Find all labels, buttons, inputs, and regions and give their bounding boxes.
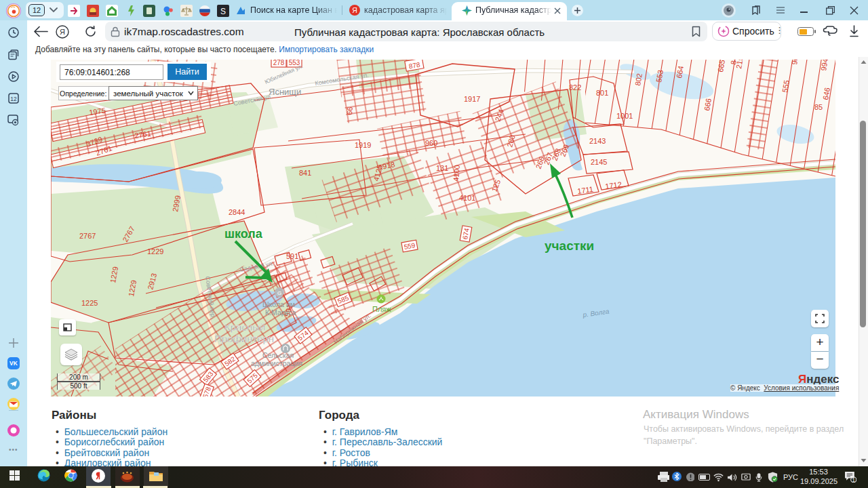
svg-text:85: 85 [814, 103, 823, 111]
svg-text:Школа им: Школа им [262, 300, 295, 308]
svg-text:1917: 1917 [464, 95, 480, 103]
svg-text:822: 822 [569, 83, 581, 92]
svg-text:4101: 4101 [459, 194, 475, 202]
svg-text:2143: 2143 [589, 137, 606, 145]
svg-text:66: 66 [345, 106, 354, 115]
svg-text:2145: 2145 [591, 158, 607, 166]
svg-text:Пляж: Пляж [372, 305, 391, 313]
svg-text:2844: 2844 [229, 208, 245, 216]
svg-text:1225: 1225 [81, 299, 98, 307]
svg-text:Профинтерн: Профинтерн [214, 333, 274, 344]
svg-text:Красный: Красный [224, 321, 265, 333]
svg-text:801: 801 [596, 89, 608, 97]
svg-text:1001: 1001 [616, 112, 633, 120]
svg-text:Сельская: Сельская [262, 351, 294, 359]
svg-text:G: G [277, 290, 281, 296]
svg-text:1919: 1919 [355, 141, 371, 149]
svg-text:84: 84 [729, 60, 738, 65]
svg-text:1: 1 [852, 477, 856, 483]
svg-text:4100: 4100 [452, 165, 461, 182]
svg-text:2767: 2767 [79, 232, 96, 240]
svg-text:участки: участки [545, 239, 594, 253]
svg-text:841: 841 [299, 169, 311, 177]
svg-text:Я: Я [60, 28, 65, 36]
svg-text:Я: Я [352, 6, 357, 14]
svg-text:администрация: администрация [251, 359, 302, 367]
svg-text:12: 12 [10, 96, 17, 102]
svg-text:К.Маркса: К.Маркса [265, 308, 296, 317]
svg-text:Яснищи: Яснищи [269, 87, 301, 97]
svg-text:278: 278 [273, 60, 285, 66]
svg-text:591: 591 [286, 252, 298, 260]
svg-text:S: S [220, 7, 226, 16]
svg-text:школа: школа [224, 227, 263, 241]
svg-text:131: 131 [436, 164, 448, 172]
svg-text:1229: 1229 [147, 247, 163, 256]
svg-text:960: 960 [425, 139, 437, 147]
